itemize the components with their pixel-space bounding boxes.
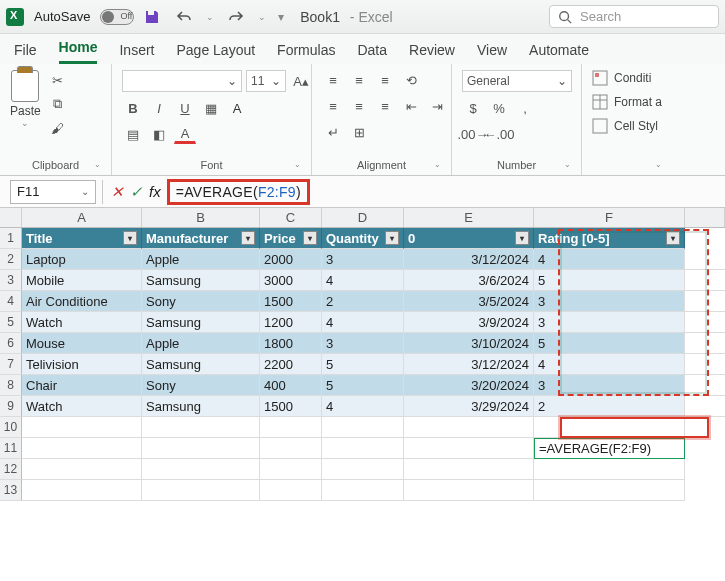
cell-mfr[interactable]: Apple: [142, 333, 260, 354]
number-format-combo[interactable]: General⌄: [462, 70, 572, 92]
hdr-rating[interactable]: Rating [0-5]▾: [534, 228, 685, 249]
enter-icon[interactable]: ✓: [130, 183, 143, 201]
cell-mfr[interactable]: Samsung: [142, 270, 260, 291]
qat-customize-icon[interactable]: ▾: [278, 10, 284, 24]
fill-color-icon[interactable]: ◧: [148, 124, 170, 144]
cell-date[interactable]: 3/10/2024: [404, 333, 534, 354]
cell-date[interactable]: 3/5/2024: [404, 291, 534, 312]
cell-qty[interactable]: 3: [322, 333, 404, 354]
row-3[interactable]: 3: [0, 270, 22, 291]
filter-icon[interactable]: ▾: [666, 231, 680, 245]
cell-price[interactable]: 1800: [260, 333, 322, 354]
paste-button[interactable]: Paste ⌄: [10, 70, 41, 128]
cell-date[interactable]: 3/29/2024: [404, 396, 534, 417]
align-bot-icon[interactable]: ≡: [374, 70, 396, 90]
cell-date[interactable]: 3/20/2024: [404, 375, 534, 396]
cell-qty[interactable]: 4: [322, 396, 404, 417]
format-as-table-button[interactable]: Format a: [592, 94, 662, 110]
cell-price[interactable]: 400: [260, 375, 322, 396]
tab-page-layout[interactable]: Page Layout: [176, 42, 255, 64]
hdr-price[interactable]: Price▾: [260, 228, 322, 249]
cell-mfr[interactable]: Sony: [142, 375, 260, 396]
cell-rating[interactable]: 3: [534, 375, 685, 396]
cell-mfr[interactable]: Samsung: [142, 396, 260, 417]
align-top-icon[interactable]: ≡: [322, 70, 344, 90]
cell-qty[interactable]: 5: [322, 375, 404, 396]
cell-rating[interactable]: 2: [534, 396, 685, 417]
col-E[interactable]: E: [404, 208, 534, 227]
align-center-icon[interactable]: ≡: [348, 96, 370, 116]
cell-title[interactable]: Watch: [22, 396, 142, 417]
currency-icon[interactable]: $: [462, 98, 484, 118]
cell-price[interactable]: 1500: [260, 396, 322, 417]
cell-qty[interactable]: 5: [322, 354, 404, 375]
cut-icon[interactable]: ✂: [47, 70, 69, 90]
italic-button[interactable]: I: [148, 98, 170, 118]
cell-mfr[interactable]: Apple: [142, 249, 260, 270]
row-6[interactable]: 6: [0, 333, 22, 354]
cell-rating[interactable]: 4: [534, 249, 685, 270]
cell-price[interactable]: 3000: [260, 270, 322, 291]
cell-title[interactable]: Chair: [22, 375, 142, 396]
format-painter-icon[interactable]: 🖌: [47, 118, 69, 138]
tab-view[interactable]: View: [477, 42, 507, 64]
cell-qty[interactable]: 4: [322, 270, 404, 291]
cell-qty[interactable]: 3: [322, 249, 404, 270]
fx-icon[interactable]: fx: [149, 183, 161, 200]
font-color-icon[interactable]: A: [174, 124, 196, 144]
cell-rating[interactable]: 5: [534, 270, 685, 291]
indent-inc-icon[interactable]: ⇥: [426, 96, 448, 116]
search-box[interactable]: Search: [549, 5, 719, 28]
cell-rating[interactable]: 5: [534, 333, 685, 354]
align-right-icon[interactable]: ≡: [374, 96, 396, 116]
tab-formulas[interactable]: Formulas: [277, 42, 335, 64]
cell-title[interactable]: Telivision: [22, 354, 142, 375]
align-mid-icon[interactable]: ≡: [348, 70, 370, 90]
cell-date[interactable]: 3/9/2024: [404, 312, 534, 333]
cell-title[interactable]: Air Conditione: [22, 291, 142, 312]
grow-font-icon[interactable]: A▴: [290, 71, 312, 91]
cell-title[interactable]: Watch: [22, 312, 142, 333]
row-8[interactable]: 8: [0, 375, 22, 396]
cell-mfr[interactable]: Samsung: [142, 312, 260, 333]
row-4[interactable]: 4: [0, 291, 22, 312]
tab-insert[interactable]: Insert: [119, 42, 154, 64]
filter-icon[interactable]: ▾: [241, 231, 255, 245]
cell-date[interactable]: 3/12/2024: [404, 354, 534, 375]
tab-automate[interactable]: Automate: [529, 42, 589, 64]
cell-price[interactable]: 2000: [260, 249, 322, 270]
dec-dec-icon[interactable]: ←.00: [488, 124, 510, 144]
name-box[interactable]: F11: [10, 180, 96, 204]
tab-review[interactable]: Review: [409, 42, 455, 64]
col-D[interactable]: D: [322, 208, 404, 227]
cell-mfr[interactable]: Samsung: [142, 354, 260, 375]
cell-mfr[interactable]: Sony: [142, 291, 260, 312]
cell-title[interactable]: Mobile: [22, 270, 142, 291]
comma-icon[interactable]: ,: [514, 98, 536, 118]
cell-qty[interactable]: 2: [322, 291, 404, 312]
tab-file[interactable]: File: [14, 42, 37, 64]
cell-title[interactable]: Laptop: [22, 249, 142, 270]
cell-date[interactable]: 3/6/2024: [404, 270, 534, 291]
align-left-icon[interactable]: ≡: [322, 96, 344, 116]
col-A[interactable]: A: [22, 208, 142, 227]
row-1[interactable]: 1: [0, 228, 22, 249]
row-2[interactable]: 2: [0, 249, 22, 270]
cell-styles-button[interactable]: Cell Styl: [592, 118, 658, 134]
cell-F11[interactable]: =AVERAGE(F2:F9): [534, 438, 685, 459]
undo-dropdown-icon[interactable]: ⌄: [206, 12, 214, 22]
row-5[interactable]: 5: [0, 312, 22, 333]
row-7[interactable]: 7: [0, 354, 22, 375]
cell-price[interactable]: 1500: [260, 291, 322, 312]
redo-dropdown-icon[interactable]: ⌄: [258, 12, 266, 22]
borders-icon[interactable]: ▤: [122, 124, 144, 144]
filter-icon[interactable]: ▾: [515, 231, 529, 245]
col-B[interactable]: B: [142, 208, 260, 227]
cancel-icon[interactable]: ✕: [111, 183, 124, 201]
col-C[interactable]: C: [260, 208, 322, 227]
copy-icon[interactable]: ⧉: [47, 94, 69, 114]
bold-button[interactable]: B: [122, 98, 144, 118]
hdr-title[interactable]: Title▾: [22, 228, 142, 249]
worksheet[interactable]: A B C D E F 1 Title▾ Manufacturer▾ Price…: [0, 208, 725, 501]
conditional-formatting-button[interactable]: Conditi: [592, 70, 651, 86]
